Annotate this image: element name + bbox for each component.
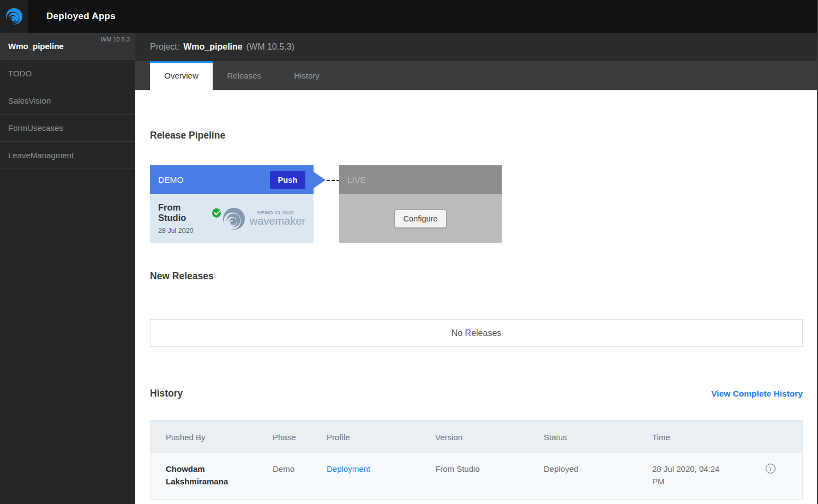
pipeline-arrow-icon: [314, 172, 326, 188]
pipeline-connector-dashed-line: [327, 180, 340, 181]
demo-release-info: From Studio 28 Jul 2020: [158, 202, 221, 235]
cell-status: Deployed: [544, 463, 652, 475]
project-version: (WM 10.5.3): [246, 42, 294, 52]
demo-phase-card: DEMO Push From Studio 28 Jul 2020: [150, 165, 314, 243]
no-releases-box: No Releases: [150, 319, 803, 347]
col-phase: Phase: [273, 433, 327, 442]
push-button[interactable]: Push: [270, 171, 305, 189]
main-panel: Project: Wmo_pipeline (WM 10.5.3) Overvi…: [135, 33, 818, 504]
live-card-header: LIVE: [339, 165, 502, 194]
sidebar-item-label: LeaveManagment: [8, 151, 74, 160]
demo-card-body: From Studio 28 Jul 2020: [150, 194, 314, 243]
history-table-row: Chowdam Lakshmiramana Demo Deployment Fr…: [151, 453, 802, 499]
sidebar-item-label: SalesVision: [8, 96, 51, 105]
wavemaker-wordmark: wavemaker: [250, 215, 305, 227]
top-bar: Deployed Apps: [0, 0, 818, 33]
check-circle-icon: [212, 208, 221, 218]
cell-profile-link[interactable]: Deployment: [327, 463, 435, 475]
tab-releases[interactable]: Releases: [213, 61, 275, 90]
col-pushed-by: Pushed By: [166, 433, 273, 442]
demo-card-header: DEMO Push: [150, 165, 314, 194]
tab-history[interactable]: History: [275, 61, 338, 90]
configure-button[interactable]: Configure: [394, 209, 447, 228]
sidebar-item-label: TODO: [8, 69, 32, 78]
sidebar-item-todo[interactable]: TODO: [0, 60, 135, 87]
cell-pushed-by: Chowdam Lakshmiramana: [166, 463, 253, 488]
demo-phase-label: DEMO: [158, 175, 184, 185]
app-title: Deployed Apps: [46, 0, 116, 33]
col-status: Status: [544, 433, 652, 442]
release-pipeline-heading: Release Pipeline: [150, 129, 803, 141]
release-date: 28 Jul 2020: [158, 227, 221, 235]
overview-content: Release Pipeline DEMO Push From Studio: [135, 90, 818, 504]
sidebar-item-wmo-pipeline[interactable]: WM 10.5.3 Wmo_pipeline: [0, 33, 135, 60]
projects-sidebar: WM 10.5.3 Wmo_pipeline TODO SalesVision …: [0, 33, 135, 504]
wavemaker-logo[interactable]: [0, 0, 28, 33]
info-icon[interactable]: i: [766, 464, 775, 473]
wavemaker-wave-icon: [4, 7, 24, 26]
live-phase-label: LIVE: [347, 175, 366, 185]
project-label: Project:: [150, 42, 179, 52]
col-time: Time: [652, 433, 761, 442]
tab-overview[interactable]: Overview: [150, 61, 213, 90]
col-version: Version: [435, 433, 544, 442]
new-releases-heading: New Releases: [150, 270, 803, 282]
project-version-badge: WM 10.5.3: [101, 36, 130, 43]
history-heading: History: [150, 387, 183, 399]
tab-bar: Overview Releases History: [135, 61, 818, 90]
view-complete-history-link[interactable]: View Complete History: [711, 389, 803, 399]
cell-version: From Studio: [435, 463, 544, 475]
sidebar-item-label: Wmo_pipeline: [8, 41, 64, 51]
project-name: Wmo_pipeline: [183, 42, 242, 52]
sidebar-item-label: FormUsecases: [8, 123, 63, 133]
pipeline-cards: DEMO Push From Studio 28 Jul 2020: [150, 165, 803, 243]
wavemaker-gray-wave-icon: [221, 206, 247, 232]
sidebar-item-leavemanagment[interactable]: LeaveManagment: [0, 142, 135, 169]
live-card-body: Configure: [339, 194, 502, 243]
sidebar-item-formusecases[interactable]: FormUsecases: [0, 115, 135, 142]
cell-phase: Demo: [273, 463, 327, 475]
project-header: Project: Wmo_pipeline (WM 10.5.3): [135, 33, 818, 61]
history-table-header: Pushed By Phase Profile Version Status T…: [151, 421, 802, 453]
live-phase-card: LIVE Configure: [339, 165, 502, 243]
col-profile: Profile: [327, 433, 435, 442]
sidebar-item-salesvision[interactable]: SalesVision: [0, 87, 135, 115]
history-table: Pushed By Phase Profile Version Status T…: [150, 420, 803, 500]
demo-cloud-logo: DEMO CLOUD wavemaker: [221, 206, 305, 232]
cell-time: 28 Jul 2020, 04:24 PM: [652, 463, 734, 488]
release-source: From Studio: [158, 202, 208, 223]
